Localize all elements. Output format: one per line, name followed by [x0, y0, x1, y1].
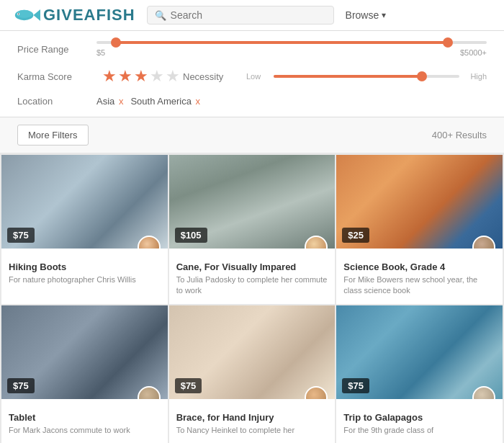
product-card-brace[interactable]: $75 Brace, for Hand Injury To Nancy Hein… — [169, 305, 336, 443]
price-labels: $5 $5000+ — [96, 48, 487, 57]
product-info-cane: Cane, For Visually Impared To Julia Pado… — [169, 249, 336, 304]
star-2[interactable]: ★ — [118, 67, 132, 86]
product-desc-hiking-boots: For nature photographer Chris Willis — [9, 274, 161, 285]
remove-south-america-button[interactable]: x — [196, 96, 201, 107]
price-thumb-right[interactable] — [443, 37, 453, 48]
product-name-brace: Brace, for Hand Injury — [176, 412, 328, 423]
product-name-hiking-boots: Hiking Boots — [9, 261, 161, 272]
fish-icon — [12, 6, 40, 24]
product-image-brace: $75 — [169, 305, 336, 399]
browse-button[interactable]: Browse ▾ — [346, 9, 387, 21]
price-badge-cane: $105 — [175, 228, 207, 243]
product-card-cane[interactable]: $105 Cane, For Visually Impared To Julia… — [169, 155, 336, 304]
necessity-fill — [274, 75, 422, 78]
star-4[interactable]: ★ — [150, 67, 164, 86]
price-track — [96, 41, 487, 44]
product-card-tablet[interactable]: $75 Tablet For Mark Jacons commute to wo… — [1, 305, 168, 443]
search-input[interactable] — [171, 9, 326, 21]
tag-south-america: South America x — [130, 96, 200, 107]
results-count: 400+ Results — [432, 130, 487, 140]
necessity-section: Necessity Low High — [183, 71, 487, 82]
necessity-slider-container[interactable]: Low High — [246, 72, 487, 81]
price-thumb-left[interactable] — [111, 37, 121, 48]
price-range-row: Price Range $5 $5000+ — [17, 41, 487, 57]
karma-necessity-row: Karma Score ★ ★ ★ ★ ★ Necessity Low — [17, 67, 487, 86]
product-info-hiking-boots: Hiking Boots For nature photographer Chr… — [1, 249, 168, 292]
price-range-slider[interactable]: $5 $5000+ — [96, 41, 487, 57]
product-name-science-book: Science Book, Grade 4 — [343, 261, 495, 272]
star-1[interactable]: ★ — [102, 67, 117, 86]
necessity-high-label: High — [467, 72, 487, 81]
browse-label: Browse — [346, 9, 379, 21]
product-info-tablet: Tablet For Mark Jacons commute to work — [1, 399, 168, 443]
necessity-track — [274, 75, 459, 78]
location-tags: Asia x South America x — [96, 96, 200, 107]
product-image-tablet: $75 — [1, 305, 168, 399]
product-card-galapagos[interactable]: $75 Trip to Galapagos For the 9th grade … — [336, 305, 503, 443]
results-bar: More Filters 400+ Results — [0, 117, 504, 153]
avatar-brace — [305, 386, 328, 399]
karma-stars[interactable]: ★ ★ ★ ★ ★ — [102, 67, 180, 86]
product-card-science-book[interactable]: $25 Science Book, Grade 4 For Mike Bower… — [336, 155, 503, 304]
avatar-cane — [305, 236, 328, 249]
price-fill — [116, 41, 448, 44]
karma-label: Karma Score — [17, 71, 96, 82]
product-image-galapagos: $75 — [336, 305, 503, 399]
tag-asia-name: Asia — [96, 96, 114, 107]
price-max-label: $5000+ — [460, 48, 487, 57]
product-desc-science-book: For Mike Bowers new school year, the cla… — [343, 274, 495, 297]
search-bar[interactable]: 🔍 — [147, 6, 334, 24]
necessity-slider[interactable] — [274, 75, 459, 78]
location-row: Location Asia x South America x — [17, 96, 487, 107]
price-badge-science-book: $25 — [342, 228, 369, 243]
product-info-brace: Brace, for Hand Injury To Nancy Heinkel … — [169, 399, 336, 443]
logo: GIVEAFISH — [12, 6, 135, 24]
product-name-galapagos: Trip to Galapagos — [343, 412, 495, 423]
logo-text: GIVEAFISH — [43, 6, 135, 24]
more-filters-button[interactable]: More Filters — [17, 125, 89, 146]
tag-south-america-name: South America — [130, 96, 192, 107]
price-min-label: $5 — [96, 48, 105, 57]
remove-asia-button[interactable]: x — [119, 96, 124, 107]
product-desc-tablet: For Mark Jacons commute to work — [9, 425, 161, 436]
price-range-label: Price Range — [17, 44, 96, 55]
product-desc-cane: To Julia Padosky to complete her commute… — [176, 274, 328, 297]
location-label: Location — [17, 96, 96, 107]
price-badge-galapagos: $75 — [342, 378, 369, 393]
svg-point-4 — [18, 14, 19, 15]
price-badge-tablet: $75 — [7, 378, 35, 393]
product-info-science-book: Science Book, Grade 4 For Mike Bowers ne… — [336, 249, 503, 304]
necessity-thumb[interactable] — [417, 71, 427, 81]
product-image-hiking-boots: $75 — [1, 155, 168, 249]
product-desc-galapagos: For the 9th grade class of — [343, 425, 495, 436]
necessity-label: Necessity — [183, 71, 240, 82]
star-3[interactable]: ★ — [134, 67, 148, 86]
search-icon: 🔍 — [155, 10, 166, 21]
price-badge-brace: $75 — [175, 378, 202, 393]
price-badge-hiking-boots: $75 — [7, 228, 35, 243]
filters-panel: Price Range $5 $5000+ Karma Score ★ ★ ★ … — [0, 31, 504, 117]
avatar-science-book — [472, 236, 495, 249]
necessity-low-label: Low — [246, 72, 266, 81]
product-grid: $75 Hiking Boots For nature photographer… — [0, 153, 504, 443]
avatar-tablet — [138, 386, 161, 399]
star-5[interactable]: ★ — [166, 67, 180, 86]
product-name-cane: Cane, For Visually Impared — [176, 261, 328, 272]
tag-asia: Asia x — [96, 96, 123, 107]
product-name-tablet: Tablet — [9, 412, 161, 423]
product-card-hiking-boots[interactable]: $75 Hiking Boots For nature photographer… — [1, 155, 168, 304]
svg-marker-1 — [33, 9, 40, 21]
chevron-down-icon: ▾ — [382, 10, 386, 20]
header: GIVEAFISH 🔍 Browse ▾ — [0, 0, 504, 31]
product-info-galapagos: Trip to Galapagos For the 9th grade clas… — [336, 399, 503, 443]
product-desc-brace: To Nancy Heinkel to complete her — [176, 425, 328, 436]
avatar-hiking-boots — [138, 236, 161, 249]
product-image-cane: $105 — [169, 155, 336, 249]
karma-score-section: Karma Score ★ ★ ★ ★ ★ — [17, 67, 183, 86]
avatar-galapagos — [472, 386, 495, 399]
product-image-science-book: $25 — [336, 155, 503, 249]
